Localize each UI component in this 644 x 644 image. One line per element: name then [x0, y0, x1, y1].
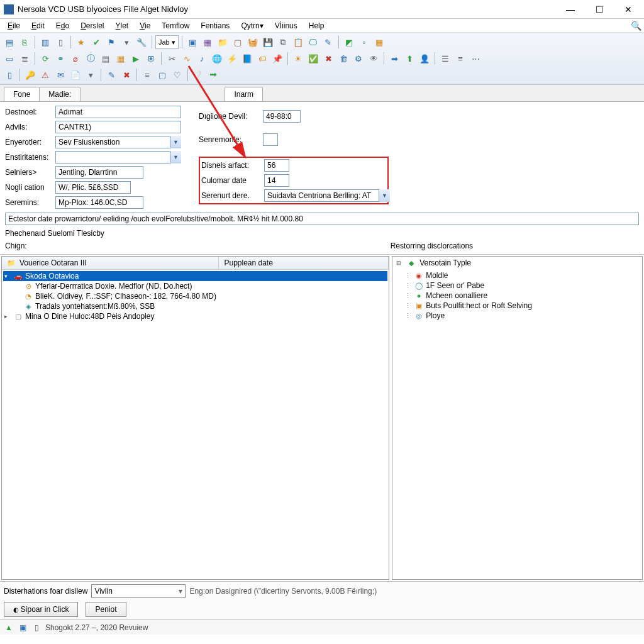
tb2-cut-icon[interactable]: ✂ [165, 52, 179, 65]
left-tree[interactable]: ▾🚗Skoda Ootavioa⊘Yferlar-Derrratica Doxi… [2, 270, 389, 323]
tb2-info-icon[interactable]: ⓘ [84, 52, 97, 65]
tb3-help-icon[interactable]: ❔ [191, 68, 205, 82]
tb2-card-icon[interactable]: ▭ [3, 52, 16, 65]
tab-madie[interactable]: Madie: [39, 87, 80, 101]
tree-row[interactable]: ▾🚗Skoda Ootavioa [3, 271, 387, 281]
destnool-input[interactable] [55, 106, 181, 118]
tb3-go-icon[interactable]: ⮕ [206, 68, 220, 82]
tb2-sun-icon[interactable]: ☀ [291, 52, 305, 65]
tree-row[interactable]: ⋮▣Buts Poulfit:hect or Roft Selving [394, 301, 641, 311]
tb2-cols-icon[interactable]: ☰ [438, 52, 452, 65]
tree-twisty-icon[interactable]: ▸ [4, 313, 11, 319]
maximize-button[interactable]: ☐ [585, 0, 614, 19]
menu-edo[interactable]: Edo [51, 20, 74, 31]
menu-file[interactable]: Eile [3, 20, 25, 31]
tb3-warn-icon[interactable]: ⚠ [38, 68, 52, 82]
enyerotler-combo[interactable] [55, 136, 181, 148]
tree-row[interactable]: ⋮◯1F Seen or' Pabe [394, 280, 641, 291]
digione-input[interactable] [263, 110, 301, 123]
tb-page-icon[interactable]: ▯ [53, 35, 67, 49]
bottom-combo[interactable]: Vivlin ▾ [91, 584, 186, 598]
tree-row[interactable]: ▸▢Mina O Dine Huloc:48D Peis Andopley [3, 311, 387, 321]
tree-row[interactable]: ◈Tradals yontehatsent:Mß.80%, SSB [3, 301, 387, 311]
chevron-down-icon[interactable]: ▼ [170, 136, 181, 148]
tb2-cancel-icon[interactable]: ✖ [321, 52, 335, 65]
menu-temflow[interactable]: Temflow [157, 20, 194, 31]
peniot-button[interactable]: Peniot [86, 602, 126, 617]
tb2-eye-icon[interactable]: 👁 [367, 52, 380, 65]
tb-chart-icon[interactable]: ▦ [201, 35, 214, 49]
serenurt-combo[interactable] [264, 189, 387, 202]
tb3-align-icon[interactable]: ≡ [140, 68, 154, 82]
tb2-book-icon[interactable]: 📘 [240, 52, 254, 65]
tb-pencil-icon[interactable]: ✎ [321, 35, 335, 49]
tb-new-icon[interactable]: ▤ [3, 35, 16, 49]
close-button[interactable]: ✕ [614, 0, 643, 19]
tb2-curve-icon[interactable]: ∿ [180, 52, 194, 65]
tb-doc-icon[interactable]: ▥ [38, 35, 52, 49]
tree-row[interactable]: ◔BlieK. Oldivey, F..:SSF; Clhaseon-: 182… [3, 291, 387, 301]
tb3-sq-icon[interactable]: ▢ [155, 68, 169, 82]
chevron-down-icon[interactable]: ▼ [379, 189, 390, 202]
tb2-export-icon[interactable]: ⬆ [402, 52, 416, 65]
menu-viinus[interactable]: Vİiinus [270, 20, 303, 31]
tb2-globe-icon[interactable]: 🌐 [210, 52, 224, 65]
tb-paste-icon[interactable]: 📋 [291, 35, 305, 49]
menu-fentians[interactable]: Fentians [196, 20, 235, 31]
tb2-more-icon[interactable]: ⋯ [469, 52, 482, 65]
noglcation-input[interactable] [55, 181, 131, 194]
tree-twisty-icon[interactable]: ⊟ [396, 260, 403, 266]
tb3-mail-icon[interactable]: ✉ [53, 68, 67, 82]
tb3-del-icon[interactable]: ✖ [119, 68, 133, 82]
tb3-page-icon[interactable]: 📄 [69, 68, 82, 82]
tb-screen-icon[interactable]: 🖵 [306, 35, 320, 49]
selniers-input[interactable] [55, 166, 143, 179]
culomar-input[interactable] [264, 174, 289, 187]
menu-derslel[interactable]: Derslel [75, 20, 109, 31]
seremins-input[interactable] [55, 196, 143, 209]
tb-drop-icon[interactable]: ▾ [119, 35, 133, 49]
menu-vie[interactable]: Vie [135, 20, 155, 31]
tb2-list-icon[interactable]: ≣ [18, 52, 31, 65]
tree-row[interactable]: ⊘Yferlar-Derrratica Doxie. Medflor (ND, … [3, 281, 387, 291]
tb-star-icon[interactable]: ★ [74, 35, 88, 49]
tb-disk-icon[interactable]: 💾 [261, 35, 275, 49]
tab-fone[interactable]: Fone [4, 87, 40, 101]
tb3-edit-icon[interactable]: ✎ [104, 68, 118, 82]
tree-row[interactable]: ⋮◉Moldle [394, 270, 641, 280]
sipoar-button[interactable]: ◐ Sipoar in Click [4, 602, 78, 617]
tb2-tag-icon[interactable]: 🏷 [255, 52, 269, 65]
status-line-input[interactable] [5, 213, 639, 225]
tb2-user-icon[interactable]: 👤 [418, 52, 431, 65]
tb3-doc-icon[interactable]: ▯ [3, 68, 16, 82]
tb-flag-icon[interactable]: ⚑ [104, 35, 118, 49]
tb3-key-icon[interactable]: 🔑 [23, 68, 37, 82]
tb-basket-icon[interactable]: 🧺 [246, 35, 260, 49]
tb2-trash-icon[interactable]: 🗑 [336, 52, 350, 65]
tb2-refresh-icon[interactable]: ⟳ [38, 52, 52, 65]
tb2-shield-icon[interactable]: ⛨ [144, 52, 158, 65]
tab-inarm[interactable]: Inarm [225, 87, 263, 101]
tb2-ok-icon[interactable]: ✅ [306, 52, 320, 65]
menu-qytrn[interactable]: Qytrn▾ [236, 20, 268, 31]
enstintatens-combo[interactable] [55, 151, 181, 164]
senremonle-input[interactable] [263, 133, 278, 146]
tb2-gear-icon[interactable]: ⚙ [352, 52, 365, 65]
tb3-drop-icon[interactable]: ▾ [84, 68, 97, 82]
tb-wrench-icon[interactable]: 🔧 [135, 35, 148, 49]
tb2-bolt-icon[interactable]: ⚡ [225, 52, 239, 65]
tb-grid-icon[interactable]: ▦ [372, 35, 386, 49]
tb2-panel-icon[interactable]: ▤ [99, 52, 113, 65]
tb-check-icon[interactable]: ✔ [89, 35, 103, 49]
tb2-table-icon[interactable]: ▦ [114, 52, 128, 65]
tb3-heart-icon[interactable]: ♡ [170, 68, 184, 82]
tb-copy-icon[interactable]: ⧉ [276, 35, 290, 49]
tb-box-icon[interactable]: ▢ [231, 35, 245, 49]
right-tree[interactable]: ⋮◉Moldle⋮◯1F Seen or' Pabe⋮●Mcheen oonal… [392, 269, 642, 322]
search-icon[interactable]: 🔍 [630, 20, 641, 31]
minimize-button[interactable]: — [556, 0, 585, 19]
tb2-link-icon[interactable]: ⚭ [53, 52, 67, 65]
disnels-input[interactable] [264, 159, 289, 172]
menu-help[interactable]: Help [304, 20, 330, 31]
menu-ylet[interactable]: Ylet [110, 20, 133, 31]
